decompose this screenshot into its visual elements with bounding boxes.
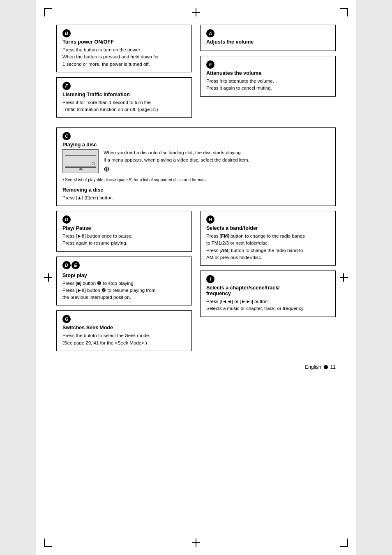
- disc-desc-line2: If a menu appears, when playing a video …: [104, 157, 249, 162]
- left-col-bottom: D Play/ Pause Press [►II] button once to…: [56, 211, 192, 356]
- corner-mark-tl: [44, 8, 52, 16]
- section-h-text: Press [FM] button to change to the radio…: [206, 233, 330, 261]
- section-c-removing-title: Removing a disc: [62, 187, 330, 193]
- section-b-title: Turns power ON/OFF: [62, 39, 186, 45]
- badge-i: I: [206, 275, 214, 283]
- crosshair-right-h: [340, 277, 348, 278]
- device-drawing: ⏏: [62, 149, 99, 173]
- footer-dot: [324, 365, 328, 369]
- crosshair-bottom-h: [192, 542, 200, 543]
- corner-mark-bl: [44, 539, 52, 547]
- badge-de-d: D: [62, 261, 71, 269]
- badge-h: H: [206, 215, 214, 224]
- footer-page-number: 11: [330, 364, 336, 370]
- section-f-listening-text: Press it for more than 1 second to turn …: [62, 99, 186, 113]
- badge-f-listening: F: [62, 82, 71, 90]
- section-d-text: Press [►II] button once to pause.Press a…: [62, 233, 186, 247]
- removing-disc-section: Removing a disc Press [▲] (Eject) button…: [62, 187, 330, 201]
- badge-g: G: [62, 315, 71, 323]
- section-f-listening: F Listening Traffic Infomation Press it …: [56, 77, 192, 118]
- right-col-top: A Adjusts the volume F Attenuates the vo…: [200, 25, 336, 123]
- right-col-bottom: H Selects a band/folder Press [FM] butto…: [200, 211, 336, 356]
- section-g-title: Switches Seek Mode: [62, 325, 186, 331]
- page: B Turns power ON/OFF Press the button to…: [36, 0, 356, 555]
- section-i-title: Selects a chapter/scene/track/frequency: [206, 285, 330, 296]
- badge-row-de: D E: [62, 261, 186, 271]
- badge-f-attenuate: F: [206, 60, 214, 69]
- badge-de-e: E: [71, 261, 80, 269]
- section-c-playing-title: Playing a disc: [62, 142, 330, 148]
- footer: English 11: [56, 364, 336, 370]
- section-b-text: Press the button to turn on the power.Wh…: [62, 46, 186, 68]
- corner-mark-br: [340, 539, 348, 547]
- badge-d: D: [62, 215, 71, 224]
- section-f-attenuate-title: Attenuates the volume: [206, 70, 330, 76]
- section-c-note: • See <List of playable discs> (page 5) …: [62, 177, 330, 183]
- left-col-top: B Turns power ON/OFF Press the button to…: [56, 25, 192, 123]
- footer-language: English: [305, 364, 321, 370]
- section-h-title: Selects a band/folder: [206, 225, 330, 231]
- disc-menu-symbol: ⊕: [104, 165, 110, 173]
- section-f-listening-title: Listening Traffic Infomation: [62, 92, 186, 97]
- bottom-section: D Play/ Pause Press [►II] button once to…: [56, 211, 336, 356]
- section-c-removing-text: Press [▲] (Eject) button.: [62, 194, 330, 201]
- disc-front-area: ⏏ When you load a disc into disc loading…: [62, 149, 330, 175]
- section-d: D Play/ Pause Press [►II] button once to…: [56, 211, 192, 252]
- section-d-title: Play/ Pause: [62, 225, 186, 231]
- crosshair-top-h: [192, 12, 200, 13]
- section-a: A Adjusts the volume: [200, 25, 336, 51]
- section-c: C Playing a disc ⏏ When you load a disc …: [56, 127, 336, 206]
- badge-b: B: [62, 29, 71, 37]
- section-a-title: Adjusts the volume: [206, 39, 330, 45]
- section-f-attenuate-text: Press it to attenuate the volume.Press i…: [206, 78, 330, 92]
- section-f-attenuate: F Attenuates the volume Press it to atte…: [200, 56, 336, 97]
- section-de-text: Press [■] button ❶ to stop playing.Press…: [62, 280, 186, 301]
- crosshair-right-v: [343, 273, 344, 282]
- crosshair-left-v: [48, 273, 49, 282]
- section-g: G Switches Seek Mode Press the butotn to…: [56, 310, 192, 351]
- badge-a: A: [206, 29, 214, 37]
- eject-symbol: ⏏: [79, 166, 83, 171]
- section-i-text: Press [I◄◄] or [►►I] button.Selects a mu…: [206, 298, 330, 312]
- crosshair-left-h: [44, 277, 52, 278]
- section-de: D E Stop/ play Press [■] button ❶ to sto…: [56, 257, 192, 306]
- top-section: B Turns power ON/OFF Press the button to…: [56, 25, 336, 123]
- crosshair-top-v: [196, 8, 196, 16]
- section-de-title: Stop/ play: [62, 273, 186, 278]
- section-b: B Turns power ON/OFF Press the button to…: [56, 25, 192, 72]
- badge-c: C: [62, 132, 71, 140]
- device-circle: [92, 162, 95, 165]
- crosshair-bottom-v: [196, 539, 196, 547]
- section-h: H Selects a band/folder Press [FM] butto…: [200, 211, 336, 266]
- section-g-text: Press the butotn to select the Seek mode…: [62, 332, 186, 347]
- corner-mark-tr: [340, 8, 348, 16]
- disc-description: When you load a disc into disc loading s…: [104, 149, 249, 175]
- disc-desc-line1: When you load a disc into disc loading s…: [104, 150, 242, 155]
- section-i: I Selects a chapter/scene/track/frequenc…: [200, 271, 336, 317]
- device-top-line: [65, 155, 96, 156]
